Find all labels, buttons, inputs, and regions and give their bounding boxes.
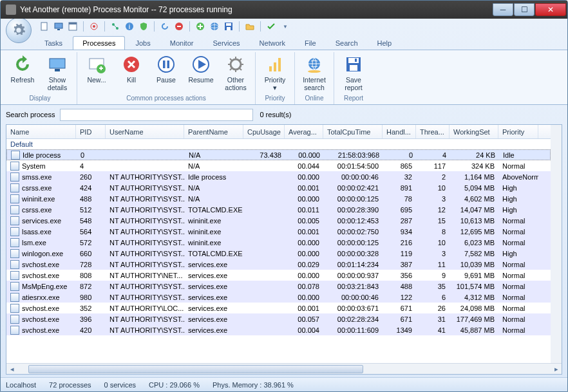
maximize-button[interactable]: ☐ [514, 3, 535, 16]
qa-btn-13[interactable] [245, 21, 255, 32]
tab-monitor[interactable]: Monitor [161, 37, 203, 50]
table-row[interactable]: svchost.exe352NT AUTHORITY\LOC...service… [6, 303, 551, 313]
cell-user: NT AUTHORITY\SYST... [106, 193, 184, 204]
col-header-prio[interactable]: Priority [498, 125, 538, 138]
ribbon-group-display: RefreshShowdetailsDisplay [3, 52, 77, 104]
qa-dropdown[interactable]: ▼ [280, 21, 290, 32]
window-title: Yet Another (remote) Process Monitor -- … [20, 5, 492, 14]
group-row[interactable]: Default [6, 139, 551, 149]
tab-processes[interactable]: Processes [73, 36, 125, 50]
table-row[interactable]: csrss.exe512NT AUTHORITY\SYST...TOTALCMD… [6, 204, 551, 215]
process-icon [10, 238, 19, 247]
resume-button[interactable]: Resume [184, 52, 218, 93]
svg-text:i: i [129, 23, 130, 30]
titlebar[interactable]: Yet Another (remote) Process Monitor -- … [1, 1, 567, 19]
table-row[interactable]: smss.exe260NT AUTHORITY\SYST...Idle proc… [6, 171, 551, 182]
other-button[interactable]: Otheractions [219, 52, 252, 93]
pause-button[interactable]: Pause [149, 52, 183, 93]
minimize-button[interactable]: ─ [493, 3, 513, 16]
table-row[interactable]: winlogon.exe660NT AUTHORITY\SYST...TOTAL… [6, 248, 551, 259]
qa-btn-2[interactable] [53, 21, 64, 32]
search-result-count: 0 result(s) [260, 111, 291, 118]
scroll-left-arrow[interactable]: ◂ [6, 364, 17, 374]
scroll-right-arrow[interactable]: ▸ [551, 364, 562, 374]
horizontal-scrollbar[interactable]: ◂ ▸ [6, 363, 562, 374]
cell-ws: 9,691 MB [450, 270, 498, 281]
cell-prio: Normal [498, 215, 538, 226]
qa-btn-9[interactable] [174, 21, 184, 32]
close-button[interactable]: ✕ [535, 3, 566, 16]
table-row[interactable]: svchost.exe420NT AUTHORITY\SYST...servic… [6, 324, 551, 335]
table-row[interactable]: svchost.exe728NT AUTHORITY\SYST...servic… [6, 259, 551, 270]
table-row[interactable]: svchost.exe808NT AUTHORITY\NET...service… [6, 270, 551, 281]
table-body[interactable]: DefaultIdle process0N/A73.43800.00021:58… [6, 139, 551, 363]
info-icon: i [125, 22, 134, 31]
svg-rect-28 [167, 61, 170, 68]
cell-pid: 512 [76, 204, 106, 215]
ribbon-group-caption: Common processes actions [80, 93, 252, 104]
cell-parent: N/A [184, 193, 243, 204]
cell-handl: 32 [383, 171, 416, 182]
col-header-thr[interactable]: Threa... [416, 125, 450, 138]
details-icon [47, 54, 68, 75]
monitor-icon [54, 22, 63, 31]
cell-parent: services.exe [184, 259, 243, 270]
table-header: NamePIDUserNameParentNameCpuUsageAverag.… [6, 125, 551, 139]
col-header-pid[interactable]: PID [76, 125, 106, 138]
table-row[interactable]: atiesrxx.exe980NT AUTHORITY\SYST...servi… [6, 292, 551, 303]
col-header-tct[interactable]: TotalCpuTime [323, 125, 383, 138]
qa-btn-8[interactable] [160, 21, 170, 32]
tab-network[interactable]: Network [251, 37, 294, 50]
tab-help[interactable]: Help [368, 37, 401, 50]
col-header-name[interactable]: Name [6, 125, 76, 138]
qa-btn-4[interactable] [89, 21, 99, 32]
table-row[interactable]: services.exe548NT AUTHORITY\SYST...winin… [6, 215, 551, 226]
col-header-handl[interactable]: Handl... [383, 125, 416, 138]
isearch-button[interactable]: Internetsearch [298, 52, 331, 93]
qa-sep-3 [154, 21, 155, 32]
status-bar: Localhost 72 processes 0 services CPU : … [1, 377, 567, 391]
col-header-cpuu[interactable]: CpuUsage [243, 125, 285, 138]
qa-btn-7[interactable] [138, 21, 149, 32]
qa-btn-5[interactable] [110, 21, 120, 32]
cell-thr: 15 [416, 215, 450, 226]
cell-prio: High [498, 182, 538, 193]
vertical-scrollbar[interactable] [551, 125, 562, 363]
svg-rect-4 [69, 23, 77, 24]
table-row[interactable]: MsMpEng.exe872NT AUTHORITY\SYST...servic… [6, 281, 551, 292]
table-row[interactable]: Idle process0N/A73.43800.00021:58:03:968… [6, 149, 551, 160]
save-button[interactable]: Savereport [337, 52, 370, 93]
cell-parent: TOTALCMD.EXE [184, 248, 243, 259]
tab-tasks[interactable]: Tasks [35, 37, 71, 50]
refresh-button[interactable]: Refresh [6, 52, 39, 93]
qa-btn-6[interactable]: i [124, 21, 135, 32]
cell-thr: 9 [416, 270, 450, 281]
tab-search[interactable]: Search [327, 37, 367, 50]
table-row[interactable]: csrss.exe424NT AUTHORITY\SYST...N/A00.00… [6, 182, 551, 193]
qa-btn-10[interactable] [195, 21, 205, 32]
process-table: NamePIDUserNameParentNameCpuUsageAverag.… [6, 124, 562, 375]
tab-file[interactable]: File [296, 37, 325, 50]
table-row[interactable]: System4N/A00.04400:01:54:500865117324 KB… [6, 160, 551, 171]
table-row[interactable]: wininit.exe488NT AUTHORITY\SYST...N/A00.… [6, 193, 551, 204]
table-row[interactable]: lsass.exe564NT AUTHORITY\SYST...wininit.… [6, 226, 551, 237]
qa-btn-3[interactable] [68, 21, 78, 32]
table-row[interactable]: svchost.exe396NT AUTHORITY\SYST...servic… [6, 313, 551, 324]
scroll-thumb[interactable] [28, 365, 363, 373]
priority-button[interactable]: Priority▾ [258, 52, 292, 93]
qa-btn-12[interactable] [223, 21, 234, 32]
col-header-avg[interactable]: Averag... [285, 125, 323, 138]
col-header-user[interactable]: UserName [106, 125, 184, 138]
search-input[interactable] [60, 109, 253, 121]
table-row[interactable]: lsm.exe572NT AUTHORITY\SYST...wininit.ex… [6, 237, 551, 248]
tab-services[interactable]: Services [204, 37, 249, 50]
details-button[interactable]: Showdetails [41, 52, 74, 93]
col-header-parent[interactable]: ParentName [184, 125, 243, 138]
kill-button[interactable]: Kill [115, 52, 148, 93]
col-header-ws[interactable]: WorkingSet [450, 125, 498, 138]
qa-btn-1[interactable] [39, 21, 50, 32]
tab-jobs[interactable]: Jobs [126, 37, 159, 50]
qa-btn-11[interactable] [209, 21, 220, 32]
new-button[interactable]: New... [80, 52, 113, 93]
qa-btn-14[interactable] [266, 21, 276, 32]
